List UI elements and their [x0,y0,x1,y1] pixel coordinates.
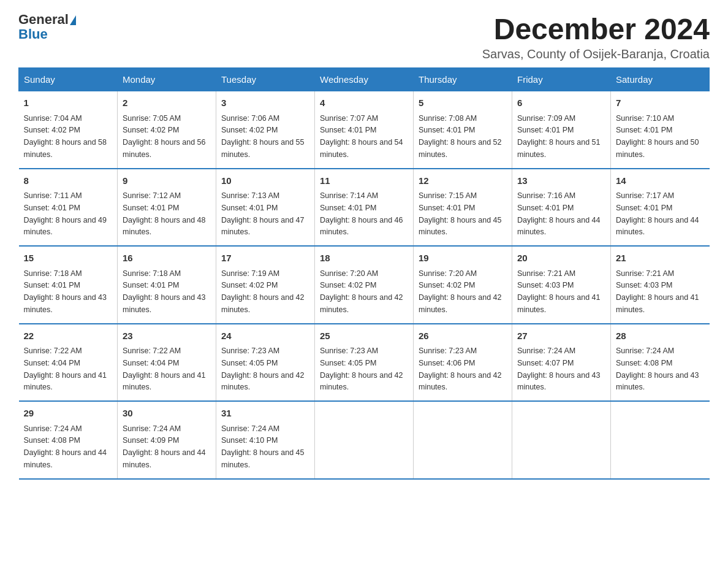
day-info: Sunrise: 7:19 AMSunset: 4:02 PMDaylight:… [221,269,305,314]
day-info: Sunrise: 7:04 AMSunset: 4:02 PMDaylight:… [24,114,107,159]
calendar-cell: 1Sunrise: 7:04 AMSunset: 4:02 PMDaylight… [19,91,118,169]
day-number: 28 [616,329,705,343]
col-header-thursday: Thursday [414,68,512,91]
day-number: 9 [123,174,211,188]
day-number: 5 [419,96,507,110]
col-header-saturday: Saturday [611,68,710,91]
calendar-cell: 12Sunrise: 7:15 AMSunset: 4:01 PMDayligh… [414,169,512,247]
calendar-cell: 18Sunrise: 7:20 AMSunset: 4:02 PMDayligh… [315,246,414,324]
title-section: December 2024 Sarvas, County of Osijek-B… [482,12,710,61]
day-info: Sunrise: 7:18 AMSunset: 4:01 PMDaylight:… [123,269,206,314]
calendar-cell: 3Sunrise: 7:06 AMSunset: 4:02 PMDaylight… [216,91,315,169]
day-number: 15 [24,251,113,266]
calendar-cell: 2Sunrise: 7:05 AMSunset: 4:02 PMDaylight… [118,91,216,169]
calendar-cell [315,401,414,479]
calendar-cell: 24Sunrise: 7:23 AMSunset: 4:05 PMDayligh… [216,324,315,402]
day-info: Sunrise: 7:07 AMSunset: 4:01 PMDaylight:… [320,114,403,159]
day-number: 6 [517,96,605,110]
calendar-cell: 10Sunrise: 7:13 AMSunset: 4:01 PMDayligh… [216,169,315,247]
day-info: Sunrise: 7:21 AMSunset: 4:03 PMDaylight:… [616,269,699,314]
calendar-cell: 23Sunrise: 7:22 AMSunset: 4:04 PMDayligh… [118,324,216,402]
day-info: Sunrise: 7:12 AMSunset: 4:01 PMDaylight:… [123,191,206,236]
logo-blue-text: Blue [18,27,76,42]
day-info: Sunrise: 7:21 AMSunset: 4:03 PMDaylight:… [517,269,601,314]
calendar-cell: 8Sunrise: 7:11 AMSunset: 4:01 PMDaylight… [19,169,118,247]
logo-triangle-icon [70,15,76,25]
day-number: 8 [24,174,113,188]
col-header-tuesday: Tuesday [216,68,315,91]
day-number: 11 [320,174,408,188]
day-number: 30 [123,407,211,421]
logo: General Blue [18,12,76,42]
calendar-cell [512,401,611,479]
day-number: 2 [123,96,211,110]
day-info: Sunrise: 7:23 AMSunset: 4:05 PMDaylight:… [320,347,403,391]
day-info: Sunrise: 7:09 AMSunset: 4:01 PMDaylight:… [517,114,601,159]
col-header-wednesday: Wednesday [315,68,414,91]
calendar-cell: 19Sunrise: 7:20 AMSunset: 4:02 PMDayligh… [414,246,512,324]
day-info: Sunrise: 7:18 AMSunset: 4:01 PMDaylight:… [24,269,107,314]
day-number: 14 [616,174,705,188]
day-number: 31 [221,407,309,421]
calendar-cell: 5Sunrise: 7:08 AMSunset: 4:01 PMDaylight… [414,91,512,169]
day-info: Sunrise: 7:11 AMSunset: 4:01 PMDaylight:… [24,191,107,236]
calendar-week-row: 15Sunrise: 7:18 AMSunset: 4:01 PMDayligh… [19,246,710,324]
day-number: 17 [221,251,309,266]
calendar-cell: 17Sunrise: 7:19 AMSunset: 4:02 PMDayligh… [216,246,315,324]
logo-general-text: General [18,12,69,27]
calendar-cell [611,401,710,479]
day-info: Sunrise: 7:20 AMSunset: 4:02 PMDaylight:… [320,269,403,314]
calendar-cell: 20Sunrise: 7:21 AMSunset: 4:03 PMDayligh… [512,246,611,324]
day-number: 20 [517,251,605,266]
day-info: Sunrise: 7:24 AMSunset: 4:10 PMDaylight:… [221,424,305,469]
day-info: Sunrise: 7:24 AMSunset: 4:08 PMDaylight:… [616,347,699,391]
calendar-cell: 9Sunrise: 7:12 AMSunset: 4:01 PMDaylight… [118,169,216,247]
day-info: Sunrise: 7:17 AMSunset: 4:01 PMDaylight:… [616,191,699,236]
month-title: December 2024 [482,12,710,46]
calendar-cell: 4Sunrise: 7:07 AMSunset: 4:01 PMDaylight… [315,91,414,169]
col-header-monday: Monday [118,68,216,91]
day-number: 3 [221,96,309,110]
day-info: Sunrise: 7:23 AMSunset: 4:06 PMDaylight:… [419,347,502,391]
day-info: Sunrise: 7:16 AMSunset: 4:01 PMDaylight:… [517,191,601,236]
day-info: Sunrise: 7:22 AMSunset: 4:04 PMDaylight:… [123,347,206,391]
day-number: 12 [419,174,507,188]
day-info: Sunrise: 7:24 AMSunset: 4:09 PMDaylight:… [123,424,206,469]
location-title: Sarvas, County of Osijek-Baranja, Croati… [482,47,710,61]
calendar-cell: 29Sunrise: 7:24 AMSunset: 4:08 PMDayligh… [19,401,118,479]
calendar-cell: 22Sunrise: 7:22 AMSunset: 4:04 PMDayligh… [19,324,118,402]
day-number: 18 [320,251,408,266]
day-number: 16 [123,251,211,266]
calendar-cell: 28Sunrise: 7:24 AMSunset: 4:08 PMDayligh… [611,324,710,402]
calendar-cell: 25Sunrise: 7:23 AMSunset: 4:05 PMDayligh… [315,324,414,402]
calendar-week-row: 29Sunrise: 7:24 AMSunset: 4:08 PMDayligh… [19,401,710,479]
day-info: Sunrise: 7:15 AMSunset: 4:01 PMDaylight:… [419,191,502,236]
day-info: Sunrise: 7:20 AMSunset: 4:02 PMDaylight:… [419,269,502,314]
day-info: Sunrise: 7:14 AMSunset: 4:01 PMDaylight:… [320,191,403,236]
day-number: 24 [221,329,309,343]
day-number: 26 [419,329,507,343]
day-number: 22 [24,329,113,343]
day-number: 21 [616,251,705,266]
day-number: 27 [517,329,605,343]
day-info: Sunrise: 7:22 AMSunset: 4:04 PMDaylight:… [24,347,107,391]
day-number: 10 [221,174,309,188]
page-header: General Blue December 2024 Sarvas, Count… [18,12,710,61]
calendar-cell: 31Sunrise: 7:24 AMSunset: 4:10 PMDayligh… [216,401,315,479]
calendar-week-row: 8Sunrise: 7:11 AMSunset: 4:01 PMDaylight… [19,169,710,247]
day-info: Sunrise: 7:23 AMSunset: 4:05 PMDaylight:… [221,347,305,391]
calendar-header-row: SundayMondayTuesdayWednesdayThursdayFrid… [19,68,710,91]
day-info: Sunrise: 7:13 AMSunset: 4:01 PMDaylight:… [221,191,305,236]
day-info: Sunrise: 7:24 AMSunset: 4:08 PMDaylight:… [24,424,107,469]
day-number: 7 [616,96,705,110]
calendar-cell [414,401,512,479]
calendar-cell: 27Sunrise: 7:24 AMSunset: 4:07 PMDayligh… [512,324,611,402]
calendar-cell: 11Sunrise: 7:14 AMSunset: 4:01 PMDayligh… [315,169,414,247]
calendar-cell: 26Sunrise: 7:23 AMSunset: 4:06 PMDayligh… [414,324,512,402]
day-number: 25 [320,329,408,343]
calendar-cell: 15Sunrise: 7:18 AMSunset: 4:01 PMDayligh… [19,246,118,324]
day-number: 1 [24,96,113,110]
day-info: Sunrise: 7:06 AMSunset: 4:02 PMDaylight:… [221,114,305,159]
day-info: Sunrise: 7:08 AMSunset: 4:01 PMDaylight:… [419,114,502,159]
calendar-cell: 14Sunrise: 7:17 AMSunset: 4:01 PMDayligh… [611,169,710,247]
